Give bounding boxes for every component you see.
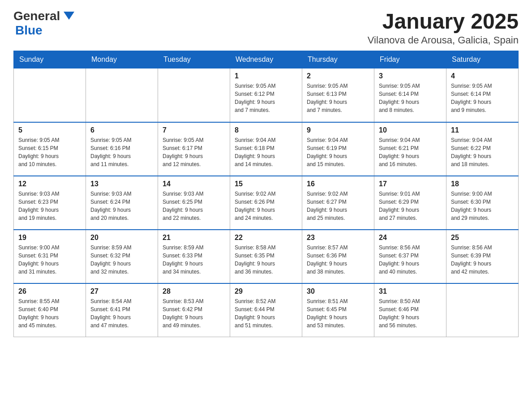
day-number: 12 xyxy=(18,180,81,188)
week-row-3: 12Sunrise: 9:03 AM Sunset: 6:23 PM Dayli… xyxy=(14,176,519,230)
week-row-2: 5Sunrise: 9:05 AM Sunset: 6:15 PM Daylig… xyxy=(14,122,519,176)
calendar-cell: 23Sunrise: 8:57 AM Sunset: 6:36 PM Dayli… xyxy=(302,230,374,283)
day-info: Sunrise: 9:05 AM Sunset: 6:17 PM Dayligh… xyxy=(163,136,225,168)
day-info: Sunrise: 8:54 AM Sunset: 6:41 PM Dayligh… xyxy=(90,297,153,330)
title-area: January 2025 Vilanova de Arousa, Galicia… xyxy=(368,9,519,46)
calendar-cell: 3Sunrise: 9:05 AM Sunset: 6:14 PM Daylig… xyxy=(374,68,446,122)
day-number: 14 xyxy=(163,180,225,188)
calendar-cell: 29Sunrise: 8:52 AM Sunset: 6:44 PM Dayli… xyxy=(230,283,302,337)
weekday-header-saturday: Saturday xyxy=(446,51,519,68)
day-number: 25 xyxy=(451,234,514,242)
day-info: Sunrise: 8:59 AM Sunset: 6:33 PM Dayligh… xyxy=(163,244,225,276)
day-number: 20 xyxy=(90,234,153,242)
day-number: 16 xyxy=(307,180,369,188)
weekday-header-wednesday: Wednesday xyxy=(230,51,302,68)
day-info: Sunrise: 8:53 AM Sunset: 6:42 PM Dayligh… xyxy=(163,297,225,330)
day-info: Sunrise: 9:03 AM Sunset: 6:25 PM Dayligh… xyxy=(163,190,225,222)
day-number: 24 xyxy=(379,234,442,242)
week-row-1: 1Sunrise: 9:05 AM Sunset: 6:12 PM Daylig… xyxy=(14,68,519,122)
day-number: 6 xyxy=(90,126,153,134)
day-info: Sunrise: 8:51 AM Sunset: 6:45 PM Dayligh… xyxy=(307,297,369,330)
day-number: 28 xyxy=(163,287,225,295)
day-info: Sunrise: 9:04 AM Sunset: 6:19 PM Dayligh… xyxy=(307,136,369,168)
day-info: Sunrise: 9:04 AM Sunset: 6:22 PM Dayligh… xyxy=(451,136,514,168)
calendar-cell: 4Sunrise: 9:05 AM Sunset: 6:14 PM Daylig… xyxy=(446,68,519,122)
day-info: Sunrise: 8:50 AM Sunset: 6:46 PM Dayligh… xyxy=(379,297,442,330)
logo: General Blue xyxy=(13,9,75,38)
weekday-header-friday: Friday xyxy=(374,51,446,68)
month-title: January 2025 xyxy=(368,9,519,34)
day-info: Sunrise: 9:05 AM Sunset: 6:12 PM Dayligh… xyxy=(235,82,297,114)
day-info: Sunrise: 8:58 AM Sunset: 6:35 PM Dayligh… xyxy=(235,244,297,276)
header: General Blue January 2025 Vilanova de Ar… xyxy=(13,9,519,46)
calendar-cell: 27Sunrise: 8:54 AM Sunset: 6:41 PM Dayli… xyxy=(86,283,158,337)
day-number: 8 xyxy=(235,126,297,134)
day-number: 13 xyxy=(90,180,153,188)
day-info: Sunrise: 8:56 AM Sunset: 6:37 PM Dayligh… xyxy=(379,244,442,276)
day-number: 9 xyxy=(307,126,369,134)
day-number: 11 xyxy=(451,126,514,134)
day-number: 26 xyxy=(18,287,81,295)
day-info: Sunrise: 9:00 AM Sunset: 6:30 PM Dayligh… xyxy=(451,190,514,222)
calendar-cell xyxy=(86,68,158,122)
calendar-cell: 11Sunrise: 9:04 AM Sunset: 6:22 PM Dayli… xyxy=(446,122,519,176)
calendar-cell: 13Sunrise: 9:03 AM Sunset: 6:24 PM Dayli… xyxy=(86,176,158,230)
calendar-cell: 31Sunrise: 8:50 AM Sunset: 6:46 PM Dayli… xyxy=(374,283,446,337)
calendar-cell: 19Sunrise: 9:00 AM Sunset: 6:31 PM Dayli… xyxy=(14,230,86,283)
calendar-cell: 12Sunrise: 9:03 AM Sunset: 6:23 PM Dayli… xyxy=(14,176,86,230)
calendar-cell: 21Sunrise: 8:59 AM Sunset: 6:33 PM Dayli… xyxy=(158,230,230,283)
week-row-5: 26Sunrise: 8:55 AM Sunset: 6:40 PM Dayli… xyxy=(14,283,519,337)
day-number: 7 xyxy=(163,126,225,134)
calendar-cell: 28Sunrise: 8:53 AM Sunset: 6:42 PM Dayli… xyxy=(158,283,230,337)
weekday-header-sunday: Sunday xyxy=(14,51,86,68)
week-row-4: 19Sunrise: 9:00 AM Sunset: 6:31 PM Dayli… xyxy=(14,230,519,283)
calendar-cell: 30Sunrise: 8:51 AM Sunset: 6:45 PM Dayli… xyxy=(302,283,374,337)
day-info: Sunrise: 9:03 AM Sunset: 6:24 PM Dayligh… xyxy=(90,190,153,222)
calendar-cell xyxy=(14,68,86,122)
calendar-cell: 5Sunrise: 9:05 AM Sunset: 6:15 PM Daylig… xyxy=(14,122,86,176)
calendar-cell: 25Sunrise: 8:56 AM Sunset: 6:39 PM Dayli… xyxy=(446,230,519,283)
calendar-cell: 8Sunrise: 9:04 AM Sunset: 6:18 PM Daylig… xyxy=(230,122,302,176)
day-info: Sunrise: 8:56 AM Sunset: 6:39 PM Dayligh… xyxy=(451,244,514,276)
day-number: 19 xyxy=(18,234,81,242)
day-info: Sunrise: 9:05 AM Sunset: 6:14 PM Dayligh… xyxy=(451,82,514,114)
day-number: 23 xyxy=(307,234,369,242)
day-number: 27 xyxy=(90,287,153,295)
calendar-cell: 6Sunrise: 9:05 AM Sunset: 6:16 PM Daylig… xyxy=(86,122,158,176)
day-info: Sunrise: 8:57 AM Sunset: 6:36 PM Dayligh… xyxy=(307,244,369,276)
logo-triangle-icon xyxy=(63,11,75,21)
day-info: Sunrise: 9:02 AM Sunset: 6:27 PM Dayligh… xyxy=(307,190,369,222)
day-number: 1 xyxy=(235,72,297,80)
calendar-cell: 14Sunrise: 9:03 AM Sunset: 6:25 PM Dayli… xyxy=(158,176,230,230)
day-info: Sunrise: 9:04 AM Sunset: 6:21 PM Dayligh… xyxy=(379,136,442,168)
day-number: 29 xyxy=(235,287,297,295)
day-info: Sunrise: 9:05 AM Sunset: 6:14 PM Dayligh… xyxy=(379,82,442,114)
day-info: Sunrise: 9:05 AM Sunset: 6:13 PM Dayligh… xyxy=(307,82,369,114)
calendar-cell: 9Sunrise: 9:04 AM Sunset: 6:19 PM Daylig… xyxy=(302,122,374,176)
weekday-header-tuesday: Tuesday xyxy=(158,51,230,68)
day-number: 17 xyxy=(379,180,442,188)
day-number: 30 xyxy=(307,287,369,295)
day-number: 2 xyxy=(307,72,369,80)
calendar-cell xyxy=(446,283,519,337)
calendar-table: SundayMondayTuesdayWednesdayThursdayFrid… xyxy=(13,51,519,337)
day-info: Sunrise: 8:59 AM Sunset: 6:32 PM Dayligh… xyxy=(90,244,153,276)
calendar-cell: 22Sunrise: 8:58 AM Sunset: 6:35 PM Dayli… xyxy=(230,230,302,283)
day-number: 4 xyxy=(451,72,514,80)
weekday-header-monday: Monday xyxy=(86,51,158,68)
day-number: 31 xyxy=(379,287,442,295)
day-info: Sunrise: 9:02 AM Sunset: 6:26 PM Dayligh… xyxy=(235,190,297,222)
calendar-cell: 1Sunrise: 9:05 AM Sunset: 6:12 PM Daylig… xyxy=(230,68,302,122)
calendar-cell: 24Sunrise: 8:56 AM Sunset: 6:37 PM Dayli… xyxy=(374,230,446,283)
calendar-cell: 16Sunrise: 9:02 AM Sunset: 6:27 PM Dayli… xyxy=(302,176,374,230)
calendar-cell: 15Sunrise: 9:02 AM Sunset: 6:26 PM Dayli… xyxy=(230,176,302,230)
day-number: 22 xyxy=(235,234,297,242)
logo-blue-text: Blue xyxy=(15,23,43,38)
logo-general-text: General xyxy=(13,9,60,23)
day-info: Sunrise: 8:55 AM Sunset: 6:40 PM Dayligh… xyxy=(18,297,81,330)
day-number: 5 xyxy=(18,126,81,134)
weekday-header-row: SundayMondayTuesdayWednesdayThursdayFrid… xyxy=(14,51,519,68)
weekday-header-thursday: Thursday xyxy=(302,51,374,68)
calendar-cell: 10Sunrise: 9:04 AM Sunset: 6:21 PM Dayli… xyxy=(374,122,446,176)
calendar-cell: 17Sunrise: 9:01 AM Sunset: 6:29 PM Dayli… xyxy=(374,176,446,230)
